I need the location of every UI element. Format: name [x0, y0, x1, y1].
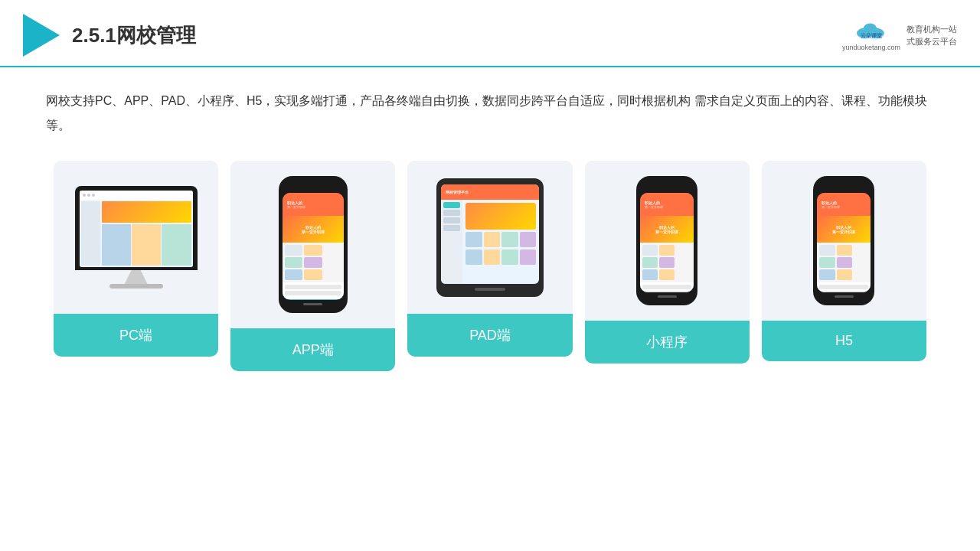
- phone-grid-mini-3: [642, 257, 658, 268]
- phone-notch-mini: [655, 184, 678, 190]
- phone-banner-mini: 职达人的第一堂升职课: [640, 216, 694, 243]
- tablet-card-7: [501, 249, 518, 265]
- card-h5: 职达人的 第一堂升职课 职达人的第一堂升职课: [762, 161, 926, 361]
- screen-sidebar: [81, 201, 100, 266]
- screen-card-1: [102, 224, 131, 266]
- monitor-screen: [80, 191, 193, 267]
- phone-home-bar-h5: [835, 295, 854, 298]
- phone-grid-h5-4: [837, 257, 852, 268]
- page-title: 2.5.1网校管理: [72, 22, 196, 49]
- phone-list-2: [285, 291, 341, 295]
- phone-grid-item-2: [304, 245, 322, 256]
- page-header: 2.5.1网校管理 云朵课堂 yunduoketang.com 教育机构一站 式…: [0, 0, 980, 67]
- phone-grid-mini-5: [642, 269, 658, 280]
- brand-tagline: 教育机构一站 式服务云平台: [906, 23, 957, 48]
- screen-dot-3: [92, 194, 95, 197]
- tablet-card-4: [520, 232, 537, 247]
- card-pc-label: PC端: [54, 314, 218, 357]
- phone-grid-h5: [817, 243, 871, 282]
- phone-sub-mini: 第一堂升职课: [645, 205, 689, 209]
- card-miniprogram-image: 职达人的 第一堂升职课 职达人的第一堂升职课: [585, 161, 750, 321]
- tablet-cards-2: [466, 249, 536, 265]
- card-app-label: APP端: [230, 328, 395, 371]
- phone-sub-h5: 第一堂升职课: [822, 205, 866, 209]
- phone-home-bar-mini: [658, 295, 677, 298]
- phone-grid-mini-4: [659, 257, 675, 268]
- phone-mockup-mini: 职达人的 第一堂升职课 职达人的第一堂升职课: [636, 176, 697, 305]
- phone-grid-h5-1: [819, 245, 835, 256]
- phone-banner-text-app: 职达人的第一堂升职课: [302, 225, 325, 234]
- card-pc-image: [54, 161, 218, 314]
- phone-list-mini-1: [642, 285, 691, 289]
- card-h5-image: 职达人的 第一堂升职课 职达人的第一堂升职课: [762, 161, 926, 321]
- tablet-card-2: [484, 232, 501, 247]
- phone-banner-text-mini: 职达人的第一堂升职课: [655, 225, 678, 234]
- phone-grid-h5-3: [819, 257, 835, 268]
- phone-outer-h5: 职达人的 第一堂升职课 职达人的第一堂升职课: [813, 176, 874, 305]
- monitor-screen-outer: [75, 186, 198, 270]
- phone-list-mini-2: [642, 291, 691, 292]
- tablet-outer: 网校管理平台: [436, 178, 544, 297]
- phone-outer-app: 职达人的 第一堂升职课 职达人的第一堂升职课: [279, 176, 348, 313]
- phone-grid-app: [283, 243, 344, 282]
- main-content: 网校支持PC、APP、PAD、小程序、H5，实现多端打通，产品各终端自由切换，数…: [0, 67, 980, 386]
- monitor-base: [109, 284, 163, 289]
- monitor-mockup: [75, 186, 198, 289]
- tablet-nav-3: [443, 217, 460, 223]
- tablet-card-1: [466, 232, 482, 247]
- phone-mockup-h5: 职达人的 第一堂升职课 职达人的第一堂升职课: [813, 176, 874, 305]
- screen-body: [80, 200, 193, 267]
- tablet-screen: 网校管理平台: [441, 184, 539, 284]
- phone-home-bar-app: [303, 303, 322, 305]
- cloud-icon: 云朵课堂: [853, 19, 890, 42]
- phone-list-1: [285, 285, 341, 289]
- card-miniprogram-label: 小程序: [585, 321, 750, 364]
- tablet-nav-1: [443, 202, 460, 208]
- phone-banner-h5: 职达人的第一堂升职课: [817, 216, 871, 243]
- tablet-card-8: [520, 249, 537, 265]
- card-h5-label: H5: [762, 321, 926, 361]
- brand-logo: 云朵课堂 yunduoketang.com: [842, 19, 900, 51]
- phone-list-mini: [640, 282, 694, 292]
- phone-grid-mini-1: [642, 245, 658, 256]
- phone-screen-header-h5: 职达人的 第一堂升职课: [817, 193, 871, 216]
- screen-banner: [102, 201, 191, 223]
- header-right: 云朵课堂 yunduoketang.com 教育机构一站 式服务云平台: [842, 19, 957, 51]
- tablet-card-6: [484, 249, 501, 265]
- screen-header-bar: [80, 191, 193, 200]
- tablet-nav-2: [443, 210, 460, 216]
- monitor-screen-content: [80, 191, 193, 267]
- screen-cards: [102, 224, 191, 266]
- phone-grid-item-3: [285, 257, 302, 268]
- phone-grid-h5-2: [837, 245, 852, 256]
- phone-sub-app: 第一堂升职课: [287, 205, 339, 209]
- monitor-stand: [125, 270, 148, 284]
- tablet-card-3: [501, 232, 518, 247]
- phone-banner-text-h5: 职达人的第一堂升职课: [832, 225, 855, 234]
- card-pad-label: PAD端: [407, 314, 572, 357]
- phone-screen-h5: 职达人的 第一堂升职课 职达人的第一堂升职课: [817, 193, 871, 292]
- phone-screen-mini: 职达人的 第一堂升职课 职达人的第一堂升职课: [640, 193, 694, 292]
- card-miniprogram: 职达人的 第一堂升职课 职达人的第一堂升职课: [585, 161, 750, 364]
- phone-outer-mini: 职达人的 第一堂升职课 职达人的第一堂升职课: [636, 176, 697, 305]
- phone-list-h5-2: [819, 291, 868, 292]
- phone-grid-item-5: [285, 269, 302, 280]
- tablet-main-content: [462, 200, 539, 284]
- brand-url: yunduoketang.com: [842, 44, 900, 51]
- screen-main: [102, 201, 191, 266]
- svg-text:云朵课堂: 云朵课堂: [861, 32, 883, 39]
- phone-grid-mini-2: [659, 245, 675, 256]
- screen-dot-2: [87, 194, 90, 197]
- card-app: 职达人的 第一堂升职课 职达人的第一堂升职课: [230, 161, 395, 371]
- cards-container: PC端 职达人的 第一堂升职课 职达人的第一堂升职课: [46, 161, 934, 371]
- phone-mockup-app: 职达人的 第一堂升职课 职达人的第一堂升职课: [279, 176, 348, 313]
- tablet-sidebar: [441, 200, 462, 284]
- screen-dot: [83, 194, 86, 197]
- tablet-bottom-bar: [475, 288, 505, 291]
- phone-notch-app: [302, 184, 325, 190]
- tablet-cards: [466, 232, 536, 247]
- phone-grid-mini-6: [659, 269, 675, 280]
- phone-grid-item-4: [304, 257, 322, 268]
- tablet-screen-body: [441, 200, 539, 284]
- logo-triangle-icon: [23, 14, 60, 57]
